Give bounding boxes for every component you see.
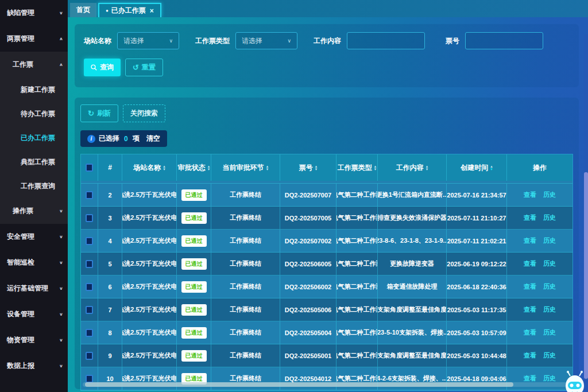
search-form-row: 场站名称 请选择 ∨ 工作票类型 请选择 ∨ 工作内容 票号 xyxy=(84,32,571,49)
view-link[interactable]: 查看 xyxy=(524,305,536,314)
header-station[interactable]: 场站名称▴▾ xyxy=(122,154,177,181)
chevron-up-icon: ∧ xyxy=(59,37,63,41)
row-ticket-no: DQ2-202505004 xyxy=(280,321,336,344)
ticket-no-input[interactable] xyxy=(465,32,543,49)
row-ticket-type: 电气第二种工作票 xyxy=(336,275,378,298)
tab-done-work-ticket[interactable]: ● 已办工作票 × xyxy=(98,3,161,17)
view-link[interactable]: 查看 xyxy=(524,259,536,268)
ticket-type-select[interactable]: 请选择 ∨ xyxy=(235,32,297,49)
refresh-button[interactable]: ↻ 刷新 xyxy=(80,104,118,122)
sort-icon[interactable]: ▴▾ xyxy=(266,165,269,170)
header-label: 工作票类型 xyxy=(338,163,372,173)
row-checkbox[interactable] xyxy=(86,306,93,314)
vertical-scrollbar-thumb[interactable] xyxy=(584,172,588,379)
view-link[interactable]: 查看 xyxy=(524,351,536,360)
row-ticket-no: DQ2-202507005 xyxy=(280,207,336,229)
tab-home[interactable]: 首页 xyxy=(70,3,96,17)
sidebar-item-work-ticket[interactable]: 工作票 ∧ xyxy=(0,52,68,77)
row-checkbox[interactable] xyxy=(86,214,93,222)
sidebar-item-equipment-mgmt[interactable]: 设备管理 ∨ xyxy=(0,301,68,327)
sort-icon[interactable]: ▴▾ xyxy=(315,165,318,170)
view-link[interactable]: 查看 xyxy=(524,191,536,199)
row-checkbox[interactable] xyxy=(86,260,93,268)
row-work-content: 箱变通信故障处理 xyxy=(378,275,447,298)
assistant-robot-button[interactable] xyxy=(563,370,587,392)
table-body: 2 临洮2.5万千瓦光伏电.. 已通过 工作票终结 DQ2-202507007 … xyxy=(81,184,572,390)
sort-icon[interactable]: ▴▾ xyxy=(490,165,493,170)
header-content[interactable]: 工作内容▴▾ xyxy=(378,154,447,181)
row-actions: 查看 历史 xyxy=(507,207,572,229)
query-button-label: 查询 xyxy=(100,63,114,72)
view-link[interactable]: 查看 xyxy=(524,374,536,383)
sidebar-item-safety-mgmt[interactable]: 安全管理 ∨ xyxy=(0,224,68,250)
sidebar-item-operation-ticket[interactable]: 操作票 ∨ xyxy=(0,198,68,224)
view-link[interactable]: 查看 xyxy=(524,282,536,291)
header-ticket-no[interactable]: 票号▴▾ xyxy=(280,154,336,181)
work-content-input[interactable] xyxy=(347,32,425,49)
history-link[interactable]: 历史 xyxy=(543,236,556,245)
sidebar-item-smart-inspection[interactable]: 智能巡检 ∨ xyxy=(0,250,68,275)
sort-icon[interactable]: ▴▾ xyxy=(374,165,377,170)
row-station-name: 临洮2.5万千瓦光伏电.. xyxy=(122,253,177,275)
view-link[interactable]: 查看 xyxy=(524,328,536,337)
history-link[interactable]: 历史 xyxy=(543,191,556,199)
row-index: 9 xyxy=(98,344,122,367)
chevron-down-icon: ∨ xyxy=(59,11,63,15)
sidebar-item-typical-work-ticket[interactable]: 典型工作票 xyxy=(0,150,68,174)
chevron-down-icon: ∨ xyxy=(59,364,63,368)
table-row: 9 临洮2.5万千瓦光伏电.. 已通过 工作票终结 DQ2-202505001 … xyxy=(81,344,572,367)
sidebar-item-label: 已办工作票 xyxy=(21,133,55,143)
sidebar-item-operation-base-mgmt[interactable]: 运行基础管理 ∨ xyxy=(0,275,68,301)
table-row: 5 临洮2.5万千瓦光伏电.. 已通过 工作票终结 DQ2-202506005 … xyxy=(81,253,572,275)
row-actions: 查看 历史 xyxy=(507,298,572,321)
row-checkbox[interactable] xyxy=(86,375,93,383)
sidebar-item-defect-mgmt[interactable]: 缺陷管理 ∨ xyxy=(0,0,68,26)
close-search-button[interactable]: 关闭搜索 xyxy=(123,104,165,122)
row-checkbox[interactable] xyxy=(86,329,93,337)
row-checkbox[interactable] xyxy=(86,352,93,360)
horizontal-scrollbar[interactable] xyxy=(83,382,570,387)
clear-selection-link[interactable]: 清空 xyxy=(146,134,160,143)
row-checkbox[interactable] xyxy=(86,237,93,245)
history-link[interactable]: 历史 xyxy=(543,351,556,360)
sidebar-item-material-mgmt[interactable]: 物资管理 ∨ xyxy=(0,327,68,353)
refresh-button-label: 刷新 xyxy=(97,108,111,118)
row-created-time: 2025-07-16 21:34:57 xyxy=(447,184,507,206)
sidebar-item-new-work-ticket[interactable]: 新建工作票 xyxy=(0,77,68,102)
sidebar-item-done-work-ticket[interactable]: 已办工作票 xyxy=(0,126,68,150)
horizontal-scrollbar-thumb[interactable] xyxy=(85,382,513,387)
station-name-select[interactable]: 请选择 ∨ xyxy=(117,32,179,49)
active-dot-icon: ● xyxy=(106,9,109,13)
row-status-cell: 已通过 xyxy=(177,321,211,344)
row-ticket-type: 电气第二种工作票 xyxy=(336,298,378,321)
view-link[interactable]: 查看 xyxy=(524,214,536,222)
selected-suffix: 项 xyxy=(133,134,140,143)
header-created[interactable]: 创建时间▴▾ xyxy=(447,154,507,181)
query-button[interactable]: 查询 xyxy=(84,59,121,76)
sidebar-item-data-report[interactable]: 数据上报 ∨ xyxy=(0,353,68,379)
sort-icon[interactable]: ▴▾ xyxy=(208,165,210,170)
row-checkbox[interactable] xyxy=(86,283,93,291)
header-status[interactable]: 审批状态▴▾ xyxy=(177,154,211,181)
history-link[interactable]: 历史 xyxy=(543,328,556,337)
sort-icon[interactable]: ▴▾ xyxy=(426,165,428,170)
sort-icon[interactable]: ▴▾ xyxy=(163,165,165,170)
history-link[interactable]: 历史 xyxy=(543,305,556,314)
chevron-down-icon: ∨ xyxy=(59,338,63,343)
history-link[interactable]: 历史 xyxy=(543,214,556,222)
vertical-scrollbar[interactable] xyxy=(584,34,588,392)
header-step[interactable]: 当前审批环节▴▾ xyxy=(211,154,280,181)
row-checkbox[interactable] xyxy=(86,191,93,199)
view-link[interactable]: 查看 xyxy=(524,236,536,245)
history-link[interactable]: 历史 xyxy=(543,259,556,268)
sidebar-item-todo-work-ticket[interactable]: 待办工作票 xyxy=(0,102,68,126)
sidebar-item-two-ticket-mgmt[interactable]: 两票管理 ∧ xyxy=(0,26,68,52)
history-link[interactable]: 历史 xyxy=(543,374,556,383)
sidebar-item-work-ticket-query[interactable]: 工作票查询 xyxy=(0,174,68,198)
row-status-cell: 已通过 xyxy=(177,230,211,252)
select-all-checkbox[interactable] xyxy=(86,164,93,172)
header-type[interactable]: 工作票类型▴▾ xyxy=(336,154,378,181)
reset-button[interactable]: ↺ 重置 xyxy=(125,59,163,76)
close-icon[interactable]: × xyxy=(150,7,154,15)
history-link[interactable]: 历史 xyxy=(543,282,556,291)
